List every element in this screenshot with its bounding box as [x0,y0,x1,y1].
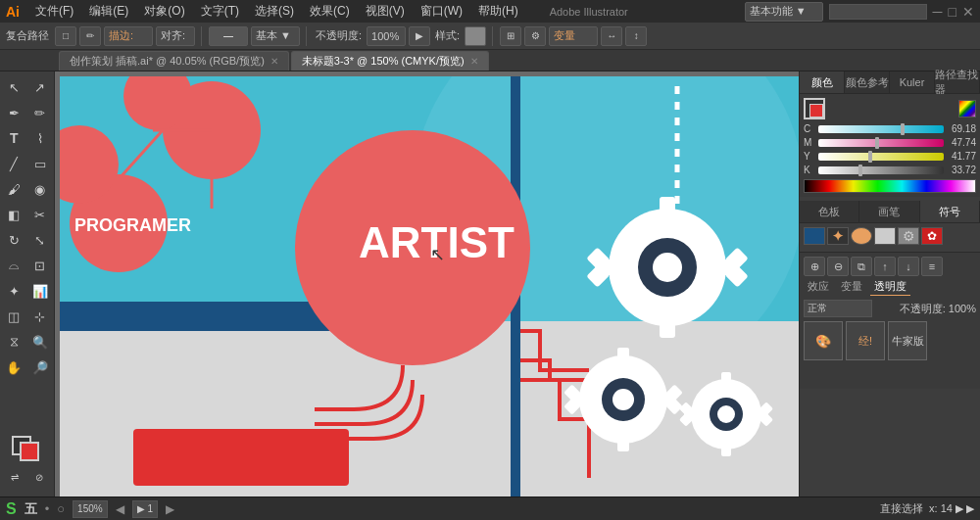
transform-btn[interactable]: 变量 [549,26,598,46]
pencil-tool[interactable]: ✏ [28,101,52,124]
swatch-1[interactable] [804,227,825,245]
path-type-tool[interactable]: ⌇ [28,126,52,150]
right-new-btn[interactable]: ⊕ [804,257,825,276]
tab-color-ref[interactable]: 颜色参考 [845,71,890,93]
toolbar-play-btn[interactable]: ▶ [409,26,430,46]
direct-select-tool[interactable]: ↗ [28,75,52,99]
opacity-dropdown[interactable]: 100% [367,26,406,46]
zoom-tool[interactable]: 🔎 [28,355,52,379]
flip-v-btn[interactable]: ↕ [625,26,647,46]
swatch-gray[interactable] [874,227,896,245]
hand-tool[interactable]: ✋ [2,355,25,379]
right-del-btn[interactable]: ⊖ [827,257,849,276]
workspace-dropdown[interactable]: 基本功能 ▼ [745,2,823,22]
slider-k-thumb[interactable] [858,165,862,176]
menu-select[interactable]: 选择(S) [251,3,298,20]
tab-0-close[interactable]: ✕ [270,56,278,67]
tab-variable[interactable]: 变量 [837,278,866,296]
menu-file[interactable]: 文件(F) [31,3,77,20]
swap-colors-btn[interactable]: ⇌ [4,465,26,489]
stroke-box[interactable] [804,98,825,119]
menu-help[interactable]: 帮助(H) [474,3,522,20]
right-dn-btn[interactable]: ↓ [898,257,919,276]
swatch-flower[interactable]: ✿ [921,227,943,245]
minimize-button[interactable]: ─ [933,4,943,20]
close-button[interactable]: ✕ [962,4,974,20]
warp-tool[interactable]: ⌓ [2,254,25,277]
page-dropdown[interactable]: ▶ 1 [132,500,158,518]
line-tool[interactable]: ╱ [2,152,25,175]
menu-window[interactable]: 窗口(W) [416,3,466,20]
tab-transparency[interactable]: 透明度 [870,278,910,296]
scale-tool[interactable]: ⤡ [28,228,52,252]
menu-view[interactable]: 视图(V) [362,3,409,20]
flip-h-btn[interactable]: ↔ [601,26,622,46]
right-up-btn[interactable]: ↑ [874,257,896,276]
rect-tool[interactable]: ▭ [28,152,52,175]
align-dropdown[interactable]: 对齐: [156,26,195,46]
search-input[interactable] [829,4,927,20]
swatch-orange[interactable] [851,227,872,245]
slider-m-thumb[interactable] [875,137,879,149]
canvas-area[interactable]: ARTIST PROGRAMER [55,71,799,496]
stroke-dropdown[interactable]: 描边: [104,26,153,46]
tab-swatches[interactable]: 色板 [800,201,859,222]
menu-text[interactable]: 文字(T) [197,3,243,20]
zoom-dropdown[interactable]: 150% [73,500,108,518]
scissors-tool[interactable]: ✂ [28,203,52,226]
toolbar-line-btn[interactable]: — [209,26,248,46]
swatch-brush-1[interactable]: ✦ [827,227,849,245]
tab-1[interactable]: 未标题3-3* @ 150% (CMYK/预览) ✕ [291,51,489,71]
basic-dropdown[interactable]: 基本 ▼ [251,26,300,46]
tab-color[interactable]: 颜色 [800,71,845,93]
tab-effect[interactable]: 效应 [804,278,833,296]
toolbar-rect-btn[interactable]: □ [55,26,76,46]
slider-c-thumb[interactable] [901,123,905,135]
nav-next-icon[interactable]: ▶ [166,502,174,516]
eyedropper-tool[interactable]: 🔍 [28,330,52,354]
rotate-tool[interactable]: ↻ [2,228,25,252]
blend-mode-dropdown[interactable]: 正常 [804,300,872,317]
menu-object[interactable]: 对象(O) [140,3,188,20]
menu-effect[interactable]: 效果(C) [306,3,354,20]
tab-0[interactable]: 创作策划 插稿.ai* @ 40.05% (RGB/预览) ✕ [59,51,289,71]
style-swatch[interactable] [465,26,486,46]
slider-y-track[interactable] [818,153,944,161]
blend-thumb-1[interactable]: 🎨 [804,321,843,360]
swatch-gear[interactable]: ⚙ [898,227,919,245]
tab-symbols[interactable]: 符号 [920,201,980,222]
symbol-tool[interactable]: ✦ [2,279,25,303]
menu-edit[interactable]: 编辑(E) [85,3,132,20]
type-tool[interactable]: T [2,126,25,150]
blend-thumb-2[interactable]: 经! [846,321,885,360]
settings-icon[interactable]: ⚙ [524,26,546,46]
slider-m-track[interactable] [818,139,944,147]
fill-color-indicator[interactable] [20,442,39,461]
brush-tool[interactable]: 🖌 [2,177,25,201]
eraser-tool[interactable]: ◧ [2,203,25,226]
fill-box-inner[interactable] [809,104,823,118]
slider-y-thumb[interactable] [868,151,872,163]
pen-tool[interactable]: ✒ [2,101,25,124]
blend-thumb-3[interactable]: 牛家版 [888,321,927,360]
none-btn[interactable]: ⊘ [28,465,51,489]
slider-c-track[interactable] [818,125,944,133]
slider-k-track[interactable] [818,166,944,174]
selection-tool[interactable]: ↖ [2,75,25,99]
color-spectrum-bar[interactable] [804,179,976,193]
tab-brushes[interactable]: 画笔 [859,201,919,222]
tab-pathfinder[interactable]: 路径查找器 [935,71,980,93]
gradient-tool[interactable]: ◫ [2,305,25,328]
nav-prev-icon[interactable]: ◀ [116,502,124,516]
right-dup-btn[interactable]: ⧉ [851,257,872,276]
blend-tool[interactable]: ⧖ [2,330,25,354]
tab-1-close[interactable]: ✕ [470,56,478,67]
blob-brush-tool[interactable]: ◉ [28,177,52,201]
mesh-tool[interactable]: ⊹ [28,305,52,328]
right-menu-btn[interactable]: ≡ [921,257,943,276]
chart-tool[interactable]: 📊 [28,279,52,303]
spectrum-icon[interactable] [958,100,976,118]
toolbar-pencil-btn[interactable]: ✏ [79,26,101,46]
restore-button[interactable]: □ [949,4,956,20]
free-transform[interactable]: ⊡ [28,254,52,277]
